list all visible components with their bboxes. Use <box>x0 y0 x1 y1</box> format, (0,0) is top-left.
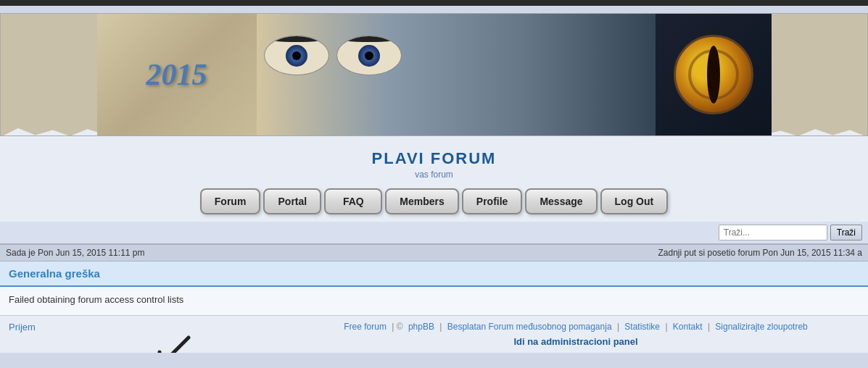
besplatan-link[interactable]: Besplatan Forum međusobnog pomaganja <box>447 322 612 332</box>
error-body: Failed obtaining forum access control li… <box>0 287 868 316</box>
eyelash-left <box>265 36 328 42</box>
error-message: Failed obtaining forum access control li… <box>9 294 183 305</box>
message-btn[interactable]: Message <box>525 188 597 214</box>
banner-left: 2015 <box>97 14 257 135</box>
signalizirajte-link[interactable]: Signalizirajte zloupotreb <box>715 322 807 332</box>
search-input[interactable] <box>719 225 827 241</box>
arrow-icon <box>145 323 203 353</box>
error-header: Generalna greška <box>0 262 868 287</box>
members-btn[interactable]: Members <box>385 188 458 214</box>
eye-shape-left <box>264 35 329 75</box>
prijem-link[interactable]: Prijem <box>9 322 36 333</box>
sep4: | <box>665 322 669 332</box>
main-wrapper: 2015 <box>0 13 868 353</box>
banner-right <box>656 14 772 135</box>
banner-year: 2015 <box>146 57 207 92</box>
logout-btn[interactable]: Log Out <box>600 188 669 214</box>
eyelash-right <box>337 36 401 42</box>
portal-btn[interactable]: Portal <box>263 188 321 214</box>
kontakt-link[interactable]: Kontakt <box>673 322 703 332</box>
eye-shape-right <box>336 35 402 75</box>
sep3: | <box>617 322 621 332</box>
iris-right <box>358 45 380 67</box>
forum-btn[interactable]: Forum <box>200 188 261 214</box>
search-button[interactable]: Traži <box>830 225 862 241</box>
pupil-left <box>292 51 301 60</box>
faq-btn[interactable]: FAQ <box>324 188 382 214</box>
pupil-right <box>365 51 373 60</box>
free-forum-link[interactable]: Free forum <box>344 322 387 332</box>
banner: 2015 <box>0 13 868 136</box>
profile-btn[interactable]: Profile <box>462 188 523 214</box>
sep5: | <box>708 322 712 332</box>
statistike-link[interactable]: Statistike <box>624 322 660 332</box>
nav-bar: ForumPortalFAQMembersProfileMessageLog O… <box>0 183 868 222</box>
time-right: Zadnji put si posetio forum Pon Jun 15, … <box>658 248 862 258</box>
footer-links: Free forum | © phpBB | Besplatan Forum m… <box>292 322 859 332</box>
banner-middle <box>257 14 656 135</box>
dragon-pupil <box>707 46 720 104</box>
admin-panel-link[interactable]: Idi na administracioni panel <box>292 336 859 347</box>
top-bar <box>0 0 868 6</box>
banner-inner: 2015 <box>97 14 772 135</box>
forum-subtitle: vas forum <box>0 170 868 180</box>
bottom-section: Prijem Free forum | © phpBB | Besplatan … <box>0 316 868 353</box>
svg-line-0 <box>160 338 189 353</box>
info-bar: Sada je Pon Jun 15, 2015 11:11 pm Zadnji… <box>0 244 868 262</box>
sep2: | <box>439 322 444 332</box>
forum-title-area: PLAVI FORUM vas forum <box>0 143 868 183</box>
iris-left <box>286 45 307 67</box>
forum-title: PLAVI FORUM <box>0 149 868 168</box>
eye-left <box>264 35 329 75</box>
sep1: | © <box>392 322 405 332</box>
time-left: Sada je Pon Jun 15, 2015 11:11 pm <box>6 248 144 258</box>
dragon-eye <box>674 35 753 114</box>
eye-right <box>336 35 402 75</box>
search-area: Traži <box>0 222 868 244</box>
content-area: Generalna greška Failed obtaining forum … <box>0 262 868 316</box>
error-title: Generalna greška <box>9 267 100 280</box>
footer-center: Free forum | © phpBB | Besplatan Forum m… <box>292 322 859 347</box>
phpbb-link[interactable]: phpBB <box>408 322 434 332</box>
